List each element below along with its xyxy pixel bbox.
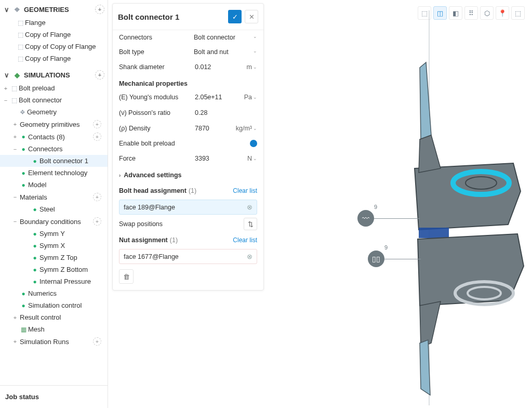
shank-diameter-input[interactable] [194, 63, 240, 71]
section-title: SIMULATIONS [24, 71, 70, 79]
add-button[interactable]: + [93, 193, 101, 201]
chevron-down-icon[interactable]: ∨ [3, 6, 10, 14]
mechanical-properties-heading: Mechanical properties [113, 75, 263, 89]
tree-item-simulation-runs[interactable]: +Simulation Runs+ [0, 335, 108, 348]
mesh-icon: ▦ [19, 326, 28, 333]
collapse-icon[interactable]: − [11, 218, 19, 225]
bolt-head-chip[interactable]: face 189@Flange ⊗ [119, 200, 257, 215]
tree-item-mesh[interactable]: ▦Mesh [0, 323, 108, 335]
collapse-icon[interactable]: − [11, 194, 19, 200]
annotation-badge[interactable]: 〰 9 [357, 210, 374, 227]
advanced-settings-toggle[interactable]: › Advanced settings [113, 166, 263, 184]
panel-title: Bolt connector 1 [118, 12, 228, 21]
row-connectors[interactable]: Connectors Bolt connector⌄ [113, 30, 263, 45]
force-input[interactable] [194, 154, 240, 163]
tree-item-numerics[interactable]: ●Numerics [0, 287, 108, 299]
tree-item-symm-z-top[interactable]: ●Symm Z Top [0, 252, 108, 264]
tree-item-symm-z-bottom[interactable]: ●Symm Z Bottom [0, 264, 108, 275]
bolt-head-assignment-header: Bolt head assignment (1) Clear list [113, 184, 263, 198]
tree-item-connectors[interactable]: −●Connectors [0, 143, 108, 155]
tree-item-internal-pressure[interactable]: ●Internal Pressure [0, 275, 108, 287]
tree-item-symm-y[interactable]: ●Symm Y [0, 228, 108, 240]
tree-item-materials[interactable]: −Materials+ [0, 191, 108, 203]
row-shank-diameter: Shank diameter m⌄ [113, 59, 263, 75]
expand-icon[interactable]: + [11, 314, 19, 321]
job-status[interactable]: Job status [0, 385, 108, 408]
model-view[interactable] [264, 0, 532, 408]
poisson-input[interactable] [194, 109, 240, 117]
swap-button[interactable]: ⇅ [244, 218, 257, 230]
add-button[interactable]: + [93, 120, 101, 128]
chevron-down-icon[interactable]: ⌄ [253, 156, 257, 161]
chevron-right-icon: › [119, 173, 121, 178]
sim-item-bolt-preload[interactable]: +⬚Bolt preload [0, 82, 108, 94]
check-icon: ● [30, 254, 39, 261]
youngs-input[interactable] [194, 93, 240, 101]
check-icon: ● [30, 242, 39, 249]
add-button[interactable]: + [93, 337, 101, 346]
check-icon: ● [19, 146, 28, 153]
check-icon: ● [19, 302, 28, 309]
remove-icon[interactable]: ⊗ [247, 203, 252, 211]
add-button[interactable]: + [93, 133, 101, 141]
part-icon: ⬚ [16, 55, 25, 62]
tree-item-bolt-connector-1[interactable]: ●Bolt connector 1 [0, 155, 108, 167]
expand-icon[interactable]: + [11, 121, 19, 127]
tree-item-contacts[interactable]: +●Contacts (8)+ [0, 130, 108, 143]
chevron-down-icon[interactable]: ⌄ [253, 126, 257, 131]
sim-item-bolt-connector[interactable]: −⬚Bolt connector [0, 94, 108, 106]
preload-toggle[interactable] [250, 140, 257, 147]
clear-list-button[interactable]: Clear list [233, 236, 257, 244]
tree-item-result-control[interactable]: +Result control [0, 311, 108, 323]
tree-item-simulation-control[interactable]: ●Simulation control [0, 299, 108, 311]
density-input[interactable] [194, 124, 240, 133]
tree-item-boundary-conditions[interactable]: −Boundary conditions+ [0, 215, 108, 228]
tree-item-geometry-primitives[interactable]: +Geometry primitives+ [0, 118, 108, 130]
sim-icon: ⬚ [9, 85, 19, 92]
delete-button[interactable]: 🗑 [119, 269, 134, 284]
row-bolt-type[interactable]: Bolt type Bolt and nut⌄ [113, 45, 263, 59]
nut-assignment-header: Nut assignment (1) Clear list [113, 233, 263, 247]
expand-icon[interactable]: + [2, 85, 9, 91]
badge-count: 9 [374, 204, 377, 210]
svg-rect-3 [419, 228, 449, 238]
part-icon: ⬚ [16, 43, 25, 50]
annotation-badge[interactable]: ▯▯ 9 [368, 251, 384, 267]
geometry-icon: ❖ [18, 109, 27, 116]
geometry-item[interactable]: ⬚Copy of Copy of Flange [0, 41, 108, 52]
geometry-item[interactable]: ⬚Copy of Flange [0, 29, 108, 41]
tree-item-geometry[interactable]: ❖Geometry [0, 106, 108, 118]
simulations-section[interactable]: ∨ ◆ SIMULATIONS + [0, 68, 108, 82]
tree-item-symm-x[interactable]: ●Symm X [0, 240, 108, 252]
check-icon: ● [19, 290, 28, 297]
clear-list-button[interactable]: Clear list [233, 187, 257, 194]
remove-icon[interactable]: ⊗ [247, 253, 252, 260]
chevron-down-icon: ⌄ [253, 34, 257, 41]
chevron-down-icon[interactable]: ⌄ [253, 64, 257, 70]
close-button[interactable]: ✕ [245, 10, 258, 23]
add-geometry-button[interactable]: + [95, 5, 104, 14]
check-icon: ● [30, 157, 39, 165]
book-icon: ▯▯ [372, 255, 380, 263]
chevron-down-icon[interactable]: ∨ [3, 71, 10, 79]
geometry-item[interactable]: ⬚Copy of Flange [0, 52, 108, 64]
geometry-item[interactable]: ⬚Flange [0, 17, 108, 29]
add-button[interactable]: + [93, 217, 101, 226]
nut-chip[interactable]: face 1677@Flange ⊗ [119, 249, 257, 264]
geometries-section[interactable]: ∨ ❖ GEOMETRIES + [0, 2, 108, 17]
tree-item-model[interactable]: ●Model [0, 179, 108, 191]
chevron-down-icon[interactable]: ⌄ [253, 95, 257, 100]
tree-item-steel[interactable]: ●Steel [0, 203, 108, 215]
viewport[interactable]: ⬚ ◫ ◧ ⠿ ⬡ 📍 ⬚ [264, 0, 532, 408]
expand-icon[interactable]: + [11, 134, 19, 140]
leader-line [373, 218, 420, 219]
add-simulation-button[interactable]: + [95, 70, 104, 80]
check-icon: ● [30, 278, 39, 285]
expand-icon[interactable]: + [11, 338, 19, 345]
tree-item-element-technology[interactable]: ●Element technology [0, 167, 108, 179]
row-poisson: (ν) Poisson's ratio [113, 105, 263, 121]
part-icon: ⬚ [16, 31, 25, 38]
confirm-button[interactable]: ✓ [228, 10, 242, 23]
collapse-icon[interactable]: − [2, 97, 9, 103]
collapse-icon[interactable]: − [11, 146, 19, 152]
